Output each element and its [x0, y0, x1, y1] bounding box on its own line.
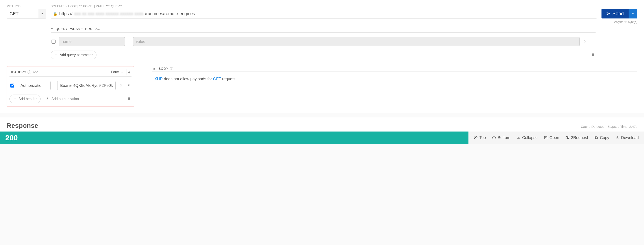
url-input[interactable]: 🔒 https:// xxx xx xxx xxxx xxxxxx xxxxxx… — [51, 9, 597, 18]
headers-title: HEADERS — [10, 70, 26, 74]
download-icon — [615, 136, 619, 140]
header-row: : ✕ — [10, 80, 132, 91]
add-header-button[interactable]: ＋ Add header — [10, 95, 40, 103]
help-icon[interactable]: ? — [28, 70, 31, 74]
copy-button[interactable]: Copy — [594, 135, 609, 140]
open-icon — [544, 136, 548, 140]
remove-param-icon[interactable]: ✕ — [582, 39, 588, 44]
body-title: BODY — [158, 67, 168, 70]
url-scheme: https:// — [59, 11, 72, 16]
param-enable-checkbox[interactable] — [52, 37, 56, 46]
header-enable-checkbox[interactable] — [10, 81, 14, 90]
copy-icon — [594, 136, 598, 140]
paper-plane-icon — [606, 12, 610, 16]
vertical-divider — [143, 66, 144, 106]
response-toolbar: Top Bottom Collapse Open 2Request — [468, 132, 644, 144]
plus-icon: ＋ — [54, 52, 58, 57]
top-button[interactable]: Top — [474, 135, 486, 140]
response-meta: Cache Detected - Elapsed Time: 2.47s — [581, 125, 638, 128]
collapse-icon: ▼ — [51, 27, 53, 30]
response-title: Response — [6, 122, 38, 129]
remove-header-icon[interactable]: ✕ — [118, 83, 124, 88]
header-name-input[interactable] — [18, 81, 51, 90]
add-header-label: Add header — [18, 97, 37, 101]
colon-sign: : — [53, 83, 54, 88]
help-icon[interactable]: ? — [170, 67, 173, 70]
form-toggle-label: Form — [111, 70, 119, 74]
add-query-param-label: Add query parameter — [60, 53, 93, 57]
download-button[interactable]: Download — [615, 135, 639, 140]
equals-sign: = — [128, 39, 130, 44]
chevron-down-icon[interactable]: ▼ — [38, 9, 46, 18]
method-select[interactable]: GET ▼ — [6, 9, 46, 18]
add-query-param-button[interactable]: ＋ Add query parameter — [51, 51, 96, 59]
headers-section: HEADERS ? ↓A͏Z Form ▼ ◀ : ✕ — [6, 66, 134, 106]
collapse-button[interactable]: Collapse — [516, 135, 538, 140]
to-request-button[interactable]: 2Request — [565, 135, 588, 140]
prev-icon[interactable]: ◀ — [126, 70, 132, 74]
collapse-icon — [516, 136, 520, 140]
query-params-title: QUERY PARAMETERS — [56, 27, 92, 30]
query-params-header[interactable]: ▼ QUERY PARAMETERS ↓A͏Z — [51, 25, 596, 32]
get-link[interactable]: GET — [213, 77, 221, 81]
url-host-blurred: xxx xx xxx xxxx xxxxxx xxxxxx xxxx — [74, 11, 143, 16]
plus-icon: ＋ — [13, 97, 17, 101]
arrow-up-circle-icon — [474, 136, 478, 140]
more-icon[interactable]: ⋮ — [590, 39, 596, 44]
url-path: /runtimes/remote-engines — [145, 11, 195, 16]
xhr-link[interactable]: XHR — [154, 77, 163, 81]
url-length: length: 65 byte(s) — [51, 20, 638, 24]
method-value: GET — [7, 9, 38, 18]
bottom-button[interactable]: Bottom — [492, 135, 510, 140]
svg-rect-7 — [596, 137, 598, 139]
send-more[interactable]: ▼ — [628, 9, 638, 18]
trash-icon[interactable] — [590, 52, 596, 57]
status-code: 200 — [0, 132, 468, 144]
header-value-input[interactable] — [57, 81, 116, 90]
arrow-down-circle-icon — [492, 136, 496, 140]
sort-icon[interactable]: ↓A͏Z — [33, 70, 38, 74]
open-button[interactable]: Open — [544, 135, 559, 140]
link-icon[interactable] — [126, 83, 132, 88]
param-value-input[interactable] — [133, 37, 580, 46]
query-param-row: = ✕ ⋮ — [51, 36, 596, 47]
to-request-icon — [565, 136, 569, 140]
url-hint: SCHEME :// HOST [ ":" PORT ] [ PATH [ "?… — [51, 4, 597, 8]
trash-icon[interactable] — [126, 96, 132, 101]
headers-view-toggle[interactable]: Form ▼ — [108, 69, 126, 75]
method-label: METHOD — [6, 4, 46, 8]
expand-icon[interactable]: ▶ — [152, 67, 157, 70]
body-note: XHR does not allow payloads for GET requ… — [152, 77, 638, 81]
key-icon — [46, 97, 50, 101]
svg-rect-8 — [595, 136, 597, 138]
sort-icon[interactable]: ↓A͏Z — [94, 27, 100, 30]
param-name-input[interactable] — [59, 37, 125, 46]
lock-icon: 🔒 — [53, 12, 58, 16]
send-button[interactable]: Send ▼ — [602, 9, 638, 18]
body-section: ▶ BODY ? XHR does not allow payloads for… — [152, 66, 638, 106]
send-label: Send — [612, 11, 624, 16]
chevron-down-icon: ▼ — [121, 71, 123, 73]
add-auth-label: Add authorization — [52, 97, 79, 101]
add-authorization-button[interactable]: Add authorization — [46, 97, 79, 101]
